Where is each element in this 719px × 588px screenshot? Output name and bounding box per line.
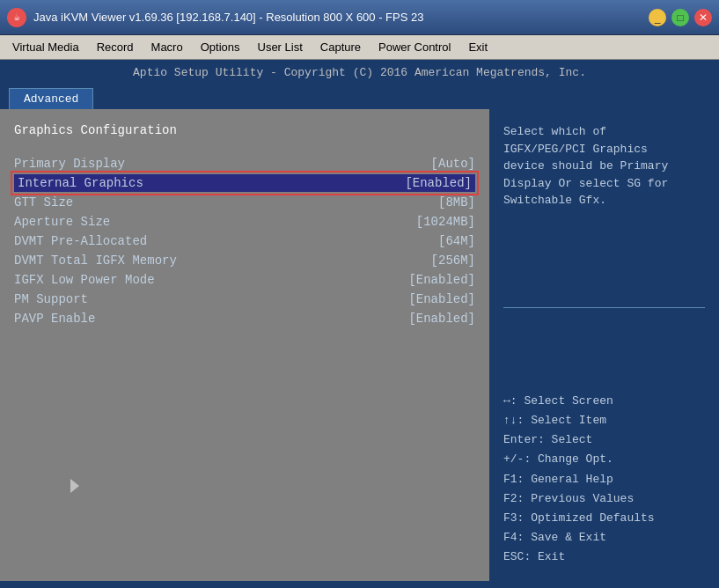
main-content: Graphics Configuration Primary Display[A… <box>0 109 719 581</box>
title-bar-text: Java iKVM Viewer v1.69.36 [192.168.7.140… <box>33 11 423 24</box>
config-row-2[interactable]: GTT Size[8MB] <box>14 194 475 211</box>
config-row-3[interactable]: Aperture Size[1024MB] <box>14 213 475 231</box>
menu-power-control[interactable]: Power Control <box>370 37 459 58</box>
config-value-5: [256M] <box>431 254 475 268</box>
config-value-2: [8MB] <box>438 195 475 209</box>
info-bar: Aptio Setup Utility - Copyright (C) 2016… <box>0 60 719 85</box>
config-row-4[interactable]: DVMT Pre-Allocated[64M] <box>14 232 475 250</box>
config-value-4: [64M] <box>438 234 475 248</box>
config-label-1: Internal Graphics <box>18 176 143 190</box>
key-help-line: ↑↓: Select Item <box>503 411 705 430</box>
config-value-8: [Enabled] <box>408 312 475 326</box>
config-row-0[interactable]: Primary Display[Auto] <box>14 155 475 173</box>
config-label-0: Primary Display <box>14 157 125 171</box>
panel-title: Graphics Configuration <box>14 123 475 137</box>
menu-options[interactable]: Options <box>192 37 249 58</box>
window-controls: _ □ ✕ <box>649 9 712 26</box>
config-value-3: [1024MB] <box>416 215 475 229</box>
bottom-bar: Version 2.17.1254. Copyright (C) 2016 Am… <box>0 581 719 588</box>
config-value-6: [Enabled] <box>408 273 475 287</box>
config-label-3: Aperture Size <box>14 215 110 229</box>
menu-capture[interactable]: Capture <box>312 37 370 58</box>
menu-record[interactable]: Record <box>88 37 143 58</box>
menu-virtual-media[interactable]: Virtual Media <box>4 37 88 58</box>
config-value-1: [Enabled] <box>405 176 472 190</box>
config-row-1[interactable]: Internal Graphics[Enabled] <box>14 174 475 192</box>
menu-exit[interactable]: Exit <box>459 37 496 58</box>
config-row-5[interactable]: DVMT Total IGFX Memory[256M] <box>14 252 475 269</box>
close-button[interactable]: ✕ <box>694 9 712 26</box>
right-panel: Select which of IGFX/PEG/PCI Graphics de… <box>489 109 719 581</box>
separator <box>503 307 705 308</box>
key-help-line: F2: Previous Values <box>503 489 705 509</box>
key-help-line: ESC: Exit <box>503 548 705 567</box>
tab-advanced[interactable]: Advanced <box>9 88 93 109</box>
key-help-line: ↔: Select Screen <box>503 392 705 411</box>
left-panel: Graphics Configuration Primary Display[A… <box>0 109 489 581</box>
config-row-8[interactable]: PAVP Enable[Enabled] <box>14 310 475 327</box>
config-label-8: PAVP Enable <box>14 312 95 326</box>
config-row-6[interactable]: IGFX Low Power Mode[Enabled] <box>14 271 475 289</box>
config-label-4: DVMT Pre-Allocated <box>14 234 147 248</box>
maximize-button[interactable]: □ <box>671 9 689 26</box>
title-bar: ☕ Java iKVM Viewer v1.69.36 [192.168.7.1… <box>0 0 719 35</box>
menu-macro[interactable]: Macro <box>143 37 192 58</box>
config-label-5: DVMT Total IGFX Memory <box>14 254 177 268</box>
key-help-line: +/-: Change Opt. <box>503 450 705 469</box>
config-label-2: GTT Size <box>14 195 73 209</box>
config-row-7[interactable]: PM Support[Enabled] <box>14 290 475 308</box>
key-help-line: F1: General Help <box>503 470 705 489</box>
key-help-line: F3: Optimized Defaults <box>503 509 705 528</box>
title-bar-left: ☕ Java iKVM Viewer v1.69.36 [192.168.7.1… <box>7 8 423 27</box>
key-help-line: F4: Save & Exit <box>503 528 705 548</box>
config-rows: Primary Display[Auto]Internal Graphics[E… <box>14 155 475 327</box>
config-label-6: IGFX Low Power Mode <box>14 273 155 287</box>
minimize-button[interactable]: _ <box>649 9 666 26</box>
tab-bar: Advanced <box>0 85 719 109</box>
config-label-7: PM Support <box>14 292 88 306</box>
info-bar-text: Aptio Setup Utility - Copyright (C) 2016… <box>133 66 586 79</box>
config-value-7: [Enabled] <box>408 292 475 306</box>
key-help-line: Enter: Select <box>503 430 705 450</box>
mouse-cursor <box>70 479 79 493</box>
help-text: Select which of IGFX/PEG/PCI Graphics de… <box>503 123 705 209</box>
menu-user-list[interactable]: User List <box>249 37 312 58</box>
java-icon: ☕ <box>7 8 26 27</box>
config-value-0: [Auto] <box>431 157 475 171</box>
key-help: ↔: Select Screen↑↓: Select ItemEnter: Se… <box>503 392 705 567</box>
menu-bar: Virtual Media Record Macro Options User … <box>0 35 719 60</box>
